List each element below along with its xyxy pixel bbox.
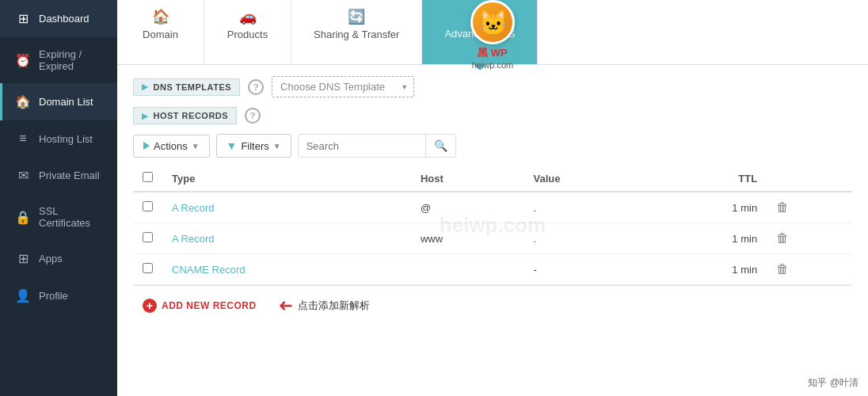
col-type: Type [162,166,411,192]
sidebar-item-label: Expiring / Expired [39,48,105,72]
dns-templates-arrow: ▶ [142,82,149,91]
col-value: Value [524,166,648,192]
filters-icon: ▼ [227,139,238,152]
col-actions [767,166,852,192]
annotation-arrow-icon: ➜ [279,295,293,316]
row-checkbox-2[interactable] [143,263,153,273]
add-new-record-button[interactable]: + ADD NEW RECORD [143,299,257,313]
row-checkbox-0[interactable] [143,201,153,211]
sharing-tab-icon: 🔄 [348,8,365,25]
domain-list-icon: 🏠 [15,94,31,109]
plus-icon: + [143,299,157,313]
tab-products[interactable]: 🚗 Products [204,0,291,64]
sidebar-item-label: Private Email [39,169,100,181]
actions-chevron: ▼ [192,142,200,150]
sidebar-item-expiring[interactable]: ⏰ Expiring / Expired [0,37,117,83]
ssl-icon: 🔒 [15,210,31,225]
apps-icon: ⊞ [15,251,31,266]
sidebar-item-label: Profile [39,290,68,302]
profile-icon: 👤 [15,288,31,303]
row-checkbox-cell [133,223,162,254]
host-records-arrow: ▶ [142,112,149,120]
sidebar-item-label: Dashboard [39,13,89,25]
search-input[interactable] [299,135,425,157]
sidebar-item-domain-list[interactable]: 🏠 Domain List [0,83,117,120]
row-value: - [524,254,648,285]
main-wrapper: 🐱 黑 WP heiwp.com 🏠 Domain 🚗 Products 🔄 S… [117,0,868,396]
sidebar-item-label: Apps [39,253,63,265]
dns-table: Type Host Value TTL A Record @ . 1 min 🗑 [133,166,852,285]
filters-label: Filters [241,140,268,152]
dns-template-select[interactable]: Choose DNS Template [272,76,414,97]
tab-domain[interactable]: 🏠 Domain [117,0,204,64]
logo-title: 黑 WP [478,46,508,60]
row-host: @ [411,192,524,223]
col-host: Host [411,166,524,192]
actions-play-icon [143,142,150,150]
dns-template-select-wrap: Choose DNS Template [272,76,414,97]
table-row: A Record @ . 1 min 🗑 [133,192,852,223]
sidebar-item-profile[interactable]: 👤 Profile [0,277,117,314]
filters-button[interactable]: ▼ Filters ▼ [216,134,291,158]
row-host: www [411,223,524,254]
logo-domain: heiwp.com [472,60,514,70]
row-delete: 🗑 [767,223,852,254]
logo-image: 🐱 [470,0,515,44]
content-area: ▶ DNS TEMPLATES ? Choose DNS Template ▶ … [117,65,868,396]
row-type: A Record [162,192,411,223]
table-header-row: Type Host Value TTL [133,166,852,192]
filters-chevron: ▼ [273,142,281,150]
hosting-list-icon: ≡ [15,131,31,146]
dns-templates-header: ▶ DNS TEMPLATES ? Choose DNS Template [133,76,852,97]
expiring-icon: ⏰ [15,53,31,68]
row-ttl: 1 min [648,254,767,285]
col-ttl: TTL [648,166,767,192]
row-value: . [524,192,648,223]
row-checkbox-cell [133,254,162,285]
sidebar-item-ssl[interactable]: 🔒 SSL Certificates [0,194,117,240]
row-ttl: 1 min [648,223,767,254]
delete-icon[interactable]: 🗑 [776,262,789,276]
row-ttl: 1 min [648,192,767,223]
dashboard-icon: ⊞ [15,11,31,26]
sidebar: ⊞ Dashboard ⏰ Expiring / Expired 🏠 Domai… [0,0,117,396]
row-host [411,254,524,285]
zhihu-badge: 知乎 @叶清 [808,376,858,390]
host-records-help[interactable]: ? [245,108,261,124]
dns-templates-label: ▶ DNS TEMPLATES [133,78,240,96]
tab-sharing-label: Sharing & Transfer [314,29,399,40]
search-wrap: 🔍 [298,134,456,158]
sidebar-item-apps[interactable]: ⊞ Apps [0,240,117,277]
row-checkbox-1[interactable] [143,232,153,242]
table-row: A Record www . 1 min 🗑 [133,223,852,254]
tab-sharing[interactable]: 🔄 Sharing & Transfer [291,0,422,64]
sidebar-item-hosting-list[interactable]: ≡ Hosting List [0,120,117,157]
search-button[interactable]: 🔍 [425,135,455,157]
delete-icon[interactable]: 🗑 [776,200,789,214]
tab-products-label: Products [227,29,268,40]
logo-area: 🐱 黑 WP heiwp.com [470,0,515,70]
annotation: ➜ 点击添加新解析 [279,295,370,316]
actions-button[interactable]: Actions ▼ [133,135,210,158]
add-record-row: + ADD NEW RECORD ➜ 点击添加新解析 [133,285,852,326]
sidebar-item-label: Hosting List [39,133,93,145]
header-checkbox [133,166,162,192]
logo-emoji: 🐱 [478,9,508,36]
row-delete: 🗑 [767,192,852,223]
add-record-label: ADD NEW RECORD [162,300,257,311]
row-type: A Record [162,223,411,254]
row-delete: 🗑 [767,254,852,285]
tabs-row: 🐱 黑 WP heiwp.com 🏠 Domain 🚗 Products 🔄 S… [117,0,868,65]
host-records-label: ▶ HOST RECORDS [133,107,237,124]
private-email-icon: ✉ [15,168,31,183]
row-checkbox-cell [133,192,162,223]
sidebar-item-private-email[interactable]: ✉ Private Email [0,157,117,194]
sidebar-item-label: Domain List [39,96,93,108]
table-row: CNAME Record - 1 min 🗑 [133,254,852,285]
tab-domain-label: Domain [143,29,178,40]
row-value: . [524,223,648,254]
select-all-checkbox[interactable] [143,172,153,182]
delete-icon[interactable]: 🗑 [776,231,789,245]
sidebar-item-dashboard[interactable]: ⊞ Dashboard [0,0,117,37]
dns-templates-help[interactable]: ? [248,79,264,95]
